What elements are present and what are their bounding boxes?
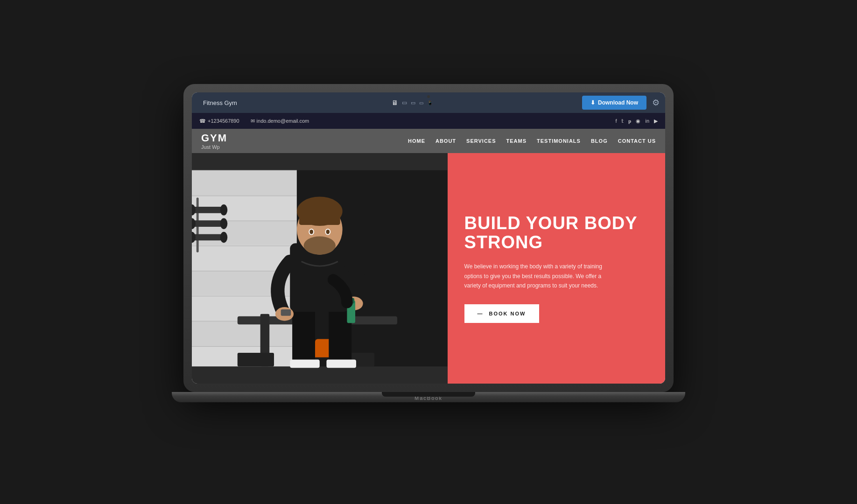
hero-title: BUILD YOUR BODY STRONG: [464, 214, 648, 253]
logo-tagline: Just Wp: [201, 144, 304, 150]
nav-services[interactable]: SERVICES: [466, 138, 496, 144]
macbook-frame: Fitness Gym 🖥 ▭ ▭ ▭ 📱 ⬇ Download Now ⚙: [183, 84, 674, 392]
nav-teams[interactable]: TEAMS: [506, 138, 527, 144]
svg-rect-18: [192, 207, 224, 213]
svg-rect-31: [238, 353, 274, 366]
svg-rect-10: [192, 171, 297, 196]
hero-image: [192, 153, 448, 384]
svg-point-24: [220, 218, 228, 229]
download-icon: ⬇: [590, 99, 595, 106]
settings-icon[interactable]: ⚙: [652, 98, 660, 108]
linkedin-icon[interactable]: in: [645, 118, 649, 124]
svg-rect-47: [299, 211, 340, 225]
svg-rect-53: [281, 309, 291, 316]
nav-home[interactable]: HOME: [408, 138, 425, 144]
svg-point-48: [304, 237, 336, 255]
svg-rect-36: [292, 307, 315, 366]
phone-icon: ☎: [199, 118, 206, 124]
tablet-icon[interactable]: ▭: [411, 100, 415, 106]
logo-area: GYM Just Wp: [201, 132, 304, 150]
svg-point-50: [309, 230, 313, 234]
svg-rect-2: [192, 170, 297, 171]
macbook-base: MacBook: [172, 392, 685, 402]
email-contact: ✉ indo.demo@email.com: [251, 118, 309, 124]
screen-bezel: Fitness Gym 🖥 ▭ ▭ ▭ 📱 ⬇ Download Now ⚙: [192, 92, 665, 384]
hero-title-line2: STRONG: [464, 232, 543, 252]
svg-point-22: [220, 204, 228, 215]
site-name: Fitness Gym: [197, 99, 243, 106]
pinterest-icon[interactable]: 𝐩: [628, 118, 631, 124]
svg-rect-3: [192, 196, 297, 196]
desktop-icon[interactable]: 🖥: [392, 99, 398, 106]
gym-illustration: [192, 153, 448, 384]
email-address: indo.demo@email.com: [257, 118, 309, 124]
site-header: GYM Just Wp HOME ABOUT SERVICES TEAMS TE…: [192, 129, 665, 153]
hero-title-line1: BUILD YOUR BODY: [464, 213, 638, 233]
phone-icon[interactable]: 📱: [427, 100, 433, 105]
phone-number: +1234567890: [208, 118, 239, 124]
tablet-sm-icon[interactable]: ▭: [419, 100, 423, 105]
phone-contact: ☎ +1234567890: [199, 118, 239, 124]
monitor-icon[interactable]: ▭: [402, 99, 407, 106]
svg-rect-39: [326, 360, 356, 368]
scene: Fitness Gym 🖥 ▭ ▭ ▭ 📱 ⬇ Download Now ⚙: [172, 84, 685, 420]
screen-content: Fitness Gym 🖥 ▭ ▭ ▭ 📱 ⬇ Download Now ⚙: [192, 92, 665, 384]
nav-blog[interactable]: BLOG: [591, 138, 608, 144]
hero-description: We believe in working the body with a va…: [464, 262, 614, 290]
svg-rect-20: [192, 234, 224, 241]
nav-testimonials[interactable]: TESTIMONIALS: [537, 138, 581, 144]
logo-text: GYM: [201, 132, 304, 144]
twitter-icon[interactable]: 𝕥: [621, 118, 624, 124]
main-nav: HOME ABOUT SERVICES TEAMS TESTIMONIALS B…: [304, 138, 656, 144]
youtube-icon[interactable]: ▶: [654, 118, 658, 124]
svg-point-52: [326, 230, 330, 234]
contact-info: ☎ +1234567890 ✉ indo.demo@email.com: [199, 118, 309, 124]
download-label: Download Now: [598, 99, 638, 106]
book-btn-arrow: —: [478, 311, 484, 316]
nav-about[interactable]: ABOUT: [436, 138, 456, 144]
instagram-icon[interactable]: ◉: [636, 118, 640, 124]
email-icon: ✉: [251, 118, 255, 124]
download-button[interactable]: ⬇ Download Now: [582, 96, 646, 110]
social-icons: f 𝕥 𝐩 ◉ in ▶: [615, 118, 658, 124]
nav-contact[interactable]: CONTACT US: [618, 138, 656, 144]
facebook-icon[interactable]: f: [615, 118, 617, 124]
book-btn-label: BOOK NOW: [489, 311, 526, 316]
hero-section: BUILD YOUR BODY STRONG We believe in wor…: [192, 153, 665, 384]
contact-bar: ☎ +1234567890 ✉ indo.demo@email.com f 𝕥 …: [192, 113, 665, 129]
macbook-brand: MacBook: [414, 395, 443, 401]
camera-dot: [427, 95, 430, 98]
device-switcher: 🖥 ▭ ▭ ▭ 📱: [248, 99, 576, 106]
svg-rect-38: [290, 360, 320, 368]
svg-rect-9: [192, 346, 297, 347]
hero-content: BUILD YOUR BODY STRONG We believe in wor…: [448, 153, 665, 384]
svg-rect-16: [192, 321, 297, 345]
svg-point-26: [220, 232, 228, 243]
book-now-button[interactable]: — BOOK NOW: [464, 304, 539, 323]
svg-rect-19: [192, 220, 224, 227]
